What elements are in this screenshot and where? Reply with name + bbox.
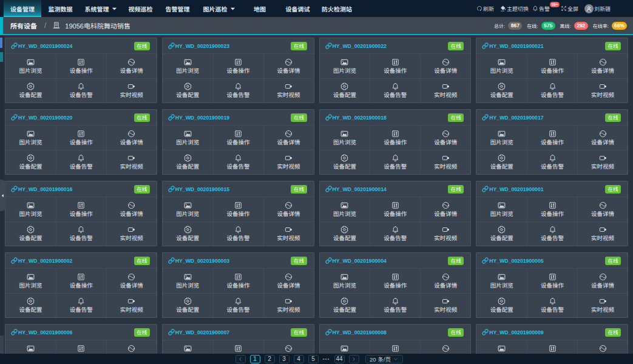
card-action-image[interactable]: 图片浏览 <box>476 126 527 150</box>
sidebar-collapse-handle[interactable] <box>0 180 6 211</box>
card-action-image[interactable]: 图片浏览 <box>163 54 213 78</box>
card-action-operate[interactable]: 设备操作 <box>56 269 106 293</box>
card-action-operate[interactable]: 设备操作 <box>56 126 106 150</box>
card-action-bell[interactable]: 设备告警 <box>213 78 263 103</box>
fullscreen-button[interactable]: 全屏 <box>561 5 578 13</box>
card-action-image[interactable]: 图片浏览 <box>163 269 213 293</box>
card-action-image[interactable]: 图片浏览 <box>476 54 527 78</box>
card-action-bell[interactable]: 设备告警 <box>527 78 577 103</box>
card-action-gear[interactable]: 设备配置 <box>163 150 213 175</box>
card-action-detail[interactable]: 设备详情 <box>577 54 628 78</box>
card-action-video-camera[interactable]: 实时视频 <box>420 293 470 318</box>
card-action-detail[interactable]: 设备详情 <box>263 197 314 221</box>
card-action-video-camera[interactable]: 实时视频 <box>106 78 157 103</box>
card-action-gear[interactable]: 设备配置 <box>476 150 527 175</box>
card-action-gear[interactable]: 设备配置 <box>476 293 527 318</box>
nav-tab-4[interactable]: 告警管理 <box>159 0 196 17</box>
device-link[interactable]: HY_WD_00201900017 <box>482 114 543 121</box>
page-button-2[interactable]: 2 <box>265 355 275 363</box>
card-action-bell[interactable]: 设备告警 <box>527 221 577 246</box>
card-action-video-camera[interactable]: 实时视频 <box>263 221 314 246</box>
breadcrumb-root[interactable]: 所有设备 <box>10 21 37 30</box>
card-action-image[interactable]: 图片浏览 <box>5 126 56 150</box>
card-action-detail[interactable]: 设备详情 <box>106 126 157 150</box>
left-strip-scrollbar-thumb[interactable] <box>0 38 2 48</box>
card-action-operate[interactable]: 设备操作 <box>213 197 263 221</box>
refresh-button[interactable]: 刷新 <box>476 5 494 13</box>
card-action-image[interactable]: 图片浏览 <box>5 54 56 78</box>
card-action-gear[interactable]: 设备配置 <box>5 293 56 318</box>
card-action-operate[interactable]: 设备操作 <box>213 54 263 78</box>
card-action-gear[interactable]: 设备配置 <box>320 221 370 246</box>
card-action-detail[interactable]: 设备详情 <box>577 269 628 293</box>
device-link[interactable]: HY_WD_00201900021 <box>482 42 543 49</box>
card-action-video-camera[interactable]: 实时视频 <box>577 293 628 318</box>
page-button-44[interactable]: 44 <box>334 355 345 363</box>
device-link[interactable]: HY_WD_00201900024 <box>11 42 72 49</box>
card-action-video-camera[interactable]: 实时视频 <box>106 150 157 175</box>
card-action-operate[interactable]: 设备操作 <box>527 54 577 78</box>
card-action-gear[interactable]: 设备配置 <box>163 293 213 318</box>
card-action-video-camera[interactable]: 实时视频 <box>263 293 314 318</box>
card-action-image[interactable]: 图片浏览 <box>163 126 213 150</box>
nav-tab-3[interactable]: 视频巡检 <box>122 0 159 17</box>
nav-tab-8[interactable]: 防火检测站 <box>316 0 358 17</box>
page-button-1[interactable]: 1 <box>250 355 260 363</box>
card-action-bell[interactable]: 设备告警 <box>213 150 263 175</box>
device-link[interactable]: HY_WD_00201900006 <box>11 329 72 335</box>
nav-tab-6[interactable]: 地图 <box>240 0 280 17</box>
card-action-gear[interactable]: 设备配置 <box>163 78 213 103</box>
card-action-detail[interactable]: 设备详情 <box>420 197 470 221</box>
card-action-detail[interactable]: 设备详情 <box>263 269 314 293</box>
card-action-operate[interactable]: 设备操作 <box>370 126 420 150</box>
nav-tab-7[interactable]: 设备调试 <box>280 0 316 17</box>
card-action-image[interactable]: 图片浏览 <box>320 269 370 293</box>
card-action-video-camera[interactable]: 实时视频 <box>106 293 157 318</box>
card-action-video-camera[interactable]: 实时视频 <box>106 221 157 246</box>
card-action-video-camera[interactable]: 实时视频 <box>577 150 628 175</box>
card-action-gear[interactable]: 设备配置 <box>476 78 527 103</box>
card-action-detail[interactable]: 设备详情 <box>106 197 157 221</box>
device-link[interactable]: HY_WD_00201900008 <box>325 329 387 335</box>
card-action-video-camera[interactable]: 实时视频 <box>263 78 314 103</box>
card-action-video-camera[interactable]: 实时视频 <box>263 150 314 175</box>
card-action-image[interactable]: 图片浏览 <box>320 197 370 221</box>
device-link[interactable]: HY_WD_00201900003 <box>168 257 229 264</box>
card-action-detail[interactable]: 设备详情 <box>263 126 314 150</box>
card-action-gear[interactable]: 设备配置 <box>320 150 370 175</box>
card-action-detail[interactable]: 设备详情 <box>106 269 157 293</box>
card-action-gear[interactable]: 设备配置 <box>320 293 370 318</box>
card-action-bell[interactable]: 设备告警 <box>370 293 420 318</box>
device-link[interactable]: HY_WD_00201900009 <box>482 329 543 335</box>
card-action-bell[interactable]: 设备告警 <box>370 221 420 246</box>
pagination-ellipsis[interactable]: ••• <box>323 356 330 362</box>
card-action-video-camera[interactable]: 实时视频 <box>577 221 628 246</box>
card-action-image[interactable]: 图片浏览 <box>5 269 56 293</box>
card-action-operate[interactable]: 设备操作 <box>370 197 420 221</box>
card-action-video-camera[interactable]: 实时视频 <box>577 78 628 103</box>
card-action-bell[interactable]: 设备告警 <box>370 150 420 175</box>
card-action-detail[interactable]: 设备详情 <box>577 126 628 150</box>
device-link[interactable]: HY_WD_00201900020 <box>11 114 72 121</box>
card-action-detail[interactable]: 设备详情 <box>577 197 628 221</box>
card-action-video-camera[interactable]: 实时视频 <box>420 221 470 246</box>
card-action-image[interactable]: 图片浏览 <box>320 54 370 78</box>
device-link[interactable]: HY_WD_00201900005 <box>482 257 543 264</box>
card-action-bell[interactable]: 设备告警 <box>56 78 106 103</box>
device-link[interactable]: HY_WD_00201900015 <box>168 186 229 192</box>
card-action-operate[interactable]: 设备操作 <box>527 269 577 293</box>
card-action-bell[interactable]: 设备告警 <box>56 221 106 246</box>
card-action-image[interactable]: 图片浏览 <box>320 126 370 150</box>
prev-page-button[interactable] <box>235 355 246 363</box>
card-action-bell[interactable]: 设备告警 <box>213 221 263 246</box>
card-action-detail[interactable]: 设备详情 <box>420 269 470 293</box>
nav-tab-1[interactable]: 监测数据 <box>41 0 80 17</box>
card-action-operate[interactable]: 设备操作 <box>56 54 106 78</box>
card-action-operate[interactable]: 设备操作 <box>370 269 420 293</box>
card-action-video-camera[interactable]: 实时视频 <box>420 150 470 175</box>
card-action-gear[interactable]: 设备配置 <box>5 78 56 103</box>
card-action-bell[interactable]: 设备告警 <box>56 150 106 175</box>
nav-tab-5[interactable]: 图片巡检 <box>198 0 240 17</box>
device-link[interactable]: HY_WD_00201900007 <box>168 329 229 335</box>
device-link[interactable]: HY_WD_00201900002 <box>11 257 72 264</box>
